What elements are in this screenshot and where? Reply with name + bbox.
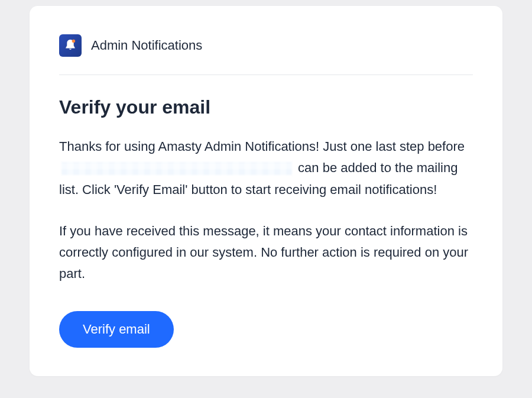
email-content: Verify your email Thanks for using Amast… bbox=[59, 75, 473, 348]
paragraph-2: If you have received this message, it me… bbox=[59, 221, 473, 285]
header-title: Admin Notifications bbox=[91, 38, 202, 53]
email-card: Admin Notifications Verify your email Th… bbox=[30, 6, 502, 376]
verify-email-button[interactable]: Verify email bbox=[59, 311, 174, 348]
page-title: Verify your email bbox=[59, 96, 473, 118]
paragraph-1: Thanks for using Amasty Admin Notificati… bbox=[59, 136, 473, 200]
svg-point-0 bbox=[72, 40, 75, 43]
bell-notification-icon bbox=[59, 34, 82, 57]
redacted-email bbox=[61, 162, 292, 175]
email-header: Admin Notifications bbox=[59, 34, 473, 75]
paragraph-1-before: Thanks for using Amasty Admin Notificati… bbox=[59, 139, 465, 154]
